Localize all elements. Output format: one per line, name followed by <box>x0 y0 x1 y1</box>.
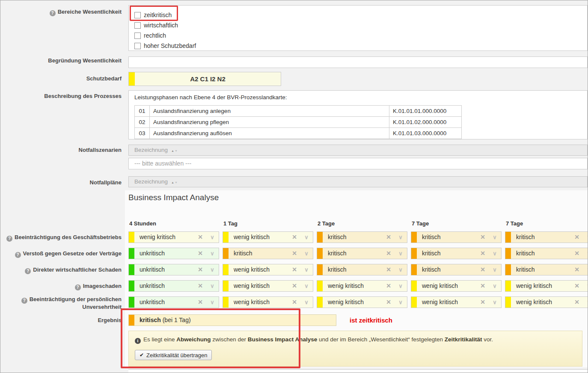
bia-select[interactable]: kritisch✕∨ <box>317 264 407 275</box>
clear-icon[interactable]: ✕ <box>195 264 206 275</box>
clear-icon[interactable]: ✕ <box>195 232 206 243</box>
bia-select[interactable]: wenig kritisch✕∨ <box>505 296 588 308</box>
chevron-down-icon[interactable]: ∨ <box>206 264 219 275</box>
clear-icon[interactable]: ✕ <box>289 281 300 291</box>
clear-icon[interactable]: ✕ <box>477 281 488 291</box>
bia-row-label-schaden: ?Direkter wirtschaftlicher Schaden <box>4 266 122 274</box>
bia-select[interactable]: kritisch✕∨ <box>505 264 588 275</box>
chevron-down-icon[interactable]: ∨ <box>206 248 219 259</box>
bia-select[interactable]: wenig kritisch✕∨ <box>317 296 407 308</box>
help-icon[interactable]: ? <box>21 298 27 304</box>
checkbox-option-hoher-schutzbedarf[interactable]: hoher Schutzbedarf <box>129 41 587 51</box>
clear-icon[interactable]: ✕ <box>383 264 394 275</box>
bia-select[interactable]: kritisch✕∨ <box>411 231 502 243</box>
help-icon[interactable]: ? <box>50 10 56 16</box>
clear-icon[interactable]: ✕ <box>383 248 394 259</box>
checkbox-rechtlich[interactable] <box>134 33 141 39</box>
checkbox-wirtschaftlich[interactable] <box>134 22 141 29</box>
notfallplaene-column-header[interactable]: Bezeichnung▲▼ <box>128 176 588 187</box>
chevron-down-icon[interactable]: ∨ <box>394 232 407 243</box>
checkbox-option-wirtschaftlich[interactable]: wirtschaftlich <box>129 20 587 30</box>
clear-icon[interactable]: ✕ <box>289 264 300 275</box>
clear-icon[interactable]: ✕ <box>289 297 300 308</box>
bia-select[interactable]: wenig kritisch✕∨ <box>411 280 502 292</box>
chevron-down-icon[interactable]: ∨ <box>488 232 501 243</box>
chevron-down-icon[interactable]: ∨ <box>394 248 407 259</box>
clear-icon[interactable]: ✕ <box>289 232 300 243</box>
clear-icon[interactable]: ✕ <box>571 264 582 275</box>
clear-icon[interactable]: ✕ <box>477 232 488 243</box>
bia-select[interactable]: kritisch✕∨ <box>505 248 588 259</box>
chevron-down-icon[interactable]: ∨ <box>394 281 407 291</box>
help-icon[interactable]: ? <box>15 252 21 258</box>
chevron-down-icon[interactable]: ∨ <box>582 264 588 275</box>
bia-select[interactable]: wenig kritisch✕∨ <box>223 296 313 308</box>
bia-select-value: wenig kritisch <box>229 232 289 243</box>
chevron-down-icon[interactable]: ∨ <box>582 248 588 259</box>
checkbox-zeitkritisch[interactable] <box>134 12 141 18</box>
zeitkritikalitaet-uebertragen-button[interactable]: ✔ Zeitkritikalität übertragen <box>135 350 212 360</box>
bia-select[interactable]: wenig kritisch✕∨ <box>505 280 588 292</box>
chevron-down-icon[interactable]: ∨ <box>206 232 219 243</box>
clear-icon[interactable]: ✕ <box>195 297 206 308</box>
bia-select[interactable]: unkritisch✕∨ <box>128 296 219 308</box>
sort-arrows-icon[interactable]: ▲▼ <box>171 149 178 152</box>
bia-select[interactable]: wenig kritisch✕∨ <box>317 280 407 292</box>
checkbox-hoher-schutzbedarf[interactable] <box>134 43 141 49</box>
bia-select[interactable]: unkritisch✕∨ <box>128 248 219 259</box>
clear-icon[interactable]: ✕ <box>383 281 394 291</box>
bia-select[interactable]: unkritisch✕∨ <box>128 280 219 292</box>
chevron-down-icon[interactable]: ∨ <box>582 297 588 308</box>
chevron-down-icon[interactable]: ∨ <box>300 281 313 291</box>
chevron-down-icon[interactable]: ∨ <box>300 248 313 259</box>
chevron-down-icon[interactable]: ∨ <box>582 281 588 291</box>
chevron-down-icon[interactable]: ∨ <box>300 264 313 275</box>
bia-select[interactable]: kritisch✕∨ <box>317 248 407 259</box>
clear-icon[interactable]: ✕ <box>477 264 488 275</box>
notfallszenarien-column-header[interactable]: Bezeichnung▲▼ <box>128 145 588 156</box>
chevron-down-icon[interactable]: ∨ <box>488 297 501 308</box>
begruendung-input[interactable] <box>128 56 588 68</box>
bia-select[interactable]: wenig kritisch✕∨ <box>223 264 313 275</box>
checkbox-option-rechtlich[interactable]: rechtlich <box>129 30 587 41</box>
clear-icon[interactable]: ✕ <box>477 297 488 308</box>
chevron-down-icon[interactable]: ∨ <box>206 297 219 308</box>
chevron-down-icon[interactable]: ∨ <box>300 297 313 308</box>
severity-color-strip <box>411 264 417 275</box>
clear-icon[interactable]: ✕ <box>383 232 394 243</box>
clear-icon[interactable]: ✕ <box>195 281 206 291</box>
clear-icon[interactable]: ✕ <box>195 248 206 259</box>
severity-color-strip <box>129 315 134 326</box>
chevron-down-icon[interactable]: ∨ <box>394 264 407 275</box>
bia-select[interactable]: wenig kritisch✕∨ <box>128 231 219 243</box>
chevron-down-icon[interactable]: ∨ <box>488 281 501 291</box>
chevron-down-icon[interactable]: ∨ <box>300 232 313 243</box>
chevron-down-icon[interactable]: ∨ <box>488 248 501 259</box>
bia-select[interactable]: wenig kritisch✕∨ <box>223 280 313 292</box>
sort-arrows-icon[interactable]: ▲▼ <box>171 181 178 184</box>
chevron-down-icon[interactable]: ∨ <box>394 297 407 308</box>
clear-icon[interactable]: ✕ <box>383 297 394 308</box>
clear-icon[interactable]: ✕ <box>289 248 300 259</box>
chevron-down-icon[interactable]: ∨ <box>206 281 219 291</box>
chevron-down-icon[interactable]: ∨ <box>488 264 501 275</box>
bia-select[interactable]: kritisch✕∨ <box>505 231 588 243</box>
help-icon[interactable]: ? <box>25 268 31 274</box>
clear-icon[interactable]: ✕ <box>571 232 582 243</box>
clear-icon[interactable]: ✕ <box>571 297 582 308</box>
notfallszenarien-select[interactable]: --- bitte auswählen --- <box>128 158 588 169</box>
checkbox-option-zeitkritisch[interactable]: zeitkritisch <box>129 10 587 20</box>
clear-icon[interactable]: ✕ <box>571 281 582 291</box>
bia-select[interactable]: kritisch✕∨ <box>411 264 502 275</box>
chevron-down-icon[interactable]: ∨ <box>582 232 588 243</box>
help-icon[interactable]: ? <box>6 236 12 242</box>
bia-select[interactable]: unkritisch✕∨ <box>128 264 219 275</box>
bia-select[interactable]: kritisch✕∨ <box>317 231 407 243</box>
bia-select[interactable]: kritisch✕∨ <box>223 248 313 259</box>
bia-select[interactable]: wenig kritisch✕∨ <box>223 231 313 243</box>
clear-icon[interactable]: ✕ <box>571 248 582 259</box>
bia-select[interactable]: kritisch✕∨ <box>411 248 502 259</box>
clear-icon[interactable]: ✕ <box>477 248 488 259</box>
help-icon[interactable]: ? <box>75 284 81 290</box>
bia-select[interactable]: wenig kritisch✕∨ <box>411 296 502 308</box>
